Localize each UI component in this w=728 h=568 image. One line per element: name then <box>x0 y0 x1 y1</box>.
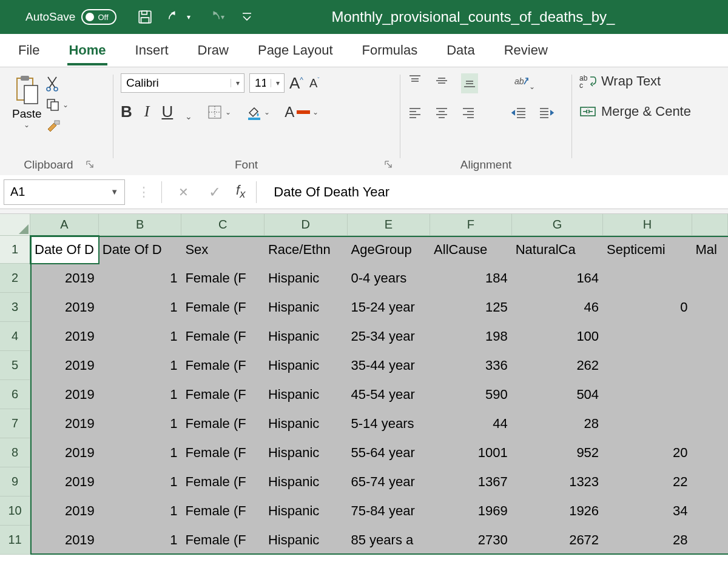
column-header-B[interactable]: B <box>99 214 182 236</box>
cell-C8[interactable]: Female (F <box>181 438 265 467</box>
cell-A8[interactable]: 2019 <box>30 438 99 467</box>
chevron-down-icon[interactable]: ⌄ <box>62 101 69 109</box>
cell-C4[interactable]: Female (F <box>181 322 265 351</box>
clipboard-launcher[interactable] <box>86 160 94 170</box>
tab-file[interactable]: File <box>18 40 39 61</box>
column-header-D[interactable]: D <box>265 214 348 236</box>
cell-F4[interactable]: 198 <box>430 322 512 351</box>
cell-A10[interactable]: 2019 <box>30 496 99 526</box>
cell-E1[interactable]: AgeGroup <box>348 236 431 264</box>
row-header-6[interactable]: 6 <box>0 380 30 409</box>
chevron-down-icon[interactable]: ⌄ <box>185 112 192 121</box>
cell-D3[interactable]: Hispanic <box>265 293 348 322</box>
cell-G10[interactable]: 1926 <box>512 496 603 526</box>
font-launcher[interactable] <box>384 160 393 170</box>
cell-A1[interactable]: Date Of D <box>30 236 99 264</box>
cell-G9[interactable]: 1323 <box>512 467 603 496</box>
orientation-button[interactable]: ab⌄ <box>513 73 535 93</box>
cell-E10[interactable]: 75-84 year <box>348 496 431 526</box>
cell-C9[interactable]: Female (F <box>181 467 265 496</box>
cell-F6[interactable]: 590 <box>430 380 512 409</box>
tab-insert[interactable]: Insert <box>135 40 169 61</box>
cell-F3[interactable]: 125 <box>430 293 512 322</box>
cell-3[interactable] <box>692 293 728 322</box>
cell-B11[interactable]: 1 <box>99 526 182 555</box>
cell-D1[interactable]: Race/Ethn <box>265 236 348 264</box>
cell-10[interactable] <box>692 496 728 526</box>
column-header-H[interactable]: H <box>603 214 692 236</box>
wrap-text-button[interactable]: abc Wrap Text <box>579 73 710 89</box>
chevron-down-icon[interactable]: ⌄ <box>24 121 30 129</box>
font-size-combo[interactable]: ▾ <box>249 73 285 93</box>
row-header-3[interactable]: 3 <box>0 293 30 322</box>
cell-B8[interactable]: 1 <box>99 438 182 467</box>
row-header-4[interactable]: 4 <box>0 322 30 351</box>
cell-2[interactable] <box>692 264 728 293</box>
font-size-input[interactable] <box>250 76 271 90</box>
cell-E3[interactable]: 15-24 year <box>348 293 431 322</box>
paste-button[interactable]: Paste ⌄ <box>12 73 42 129</box>
cell-A3[interactable]: 2019 <box>30 293 99 322</box>
cell-H11[interactable]: 28 <box>603 526 692 555</box>
cell-D11[interactable]: Hispanic <box>265 526 348 555</box>
cell-F10[interactable]: 1969 <box>430 496 512 526</box>
cell-B5[interactable]: 1 <box>99 351 182 380</box>
cell-9[interactable] <box>692 467 728 496</box>
borders-button[interactable]: ⌄ <box>207 104 231 120</box>
chevron-down-icon[interactable]: ▼ <box>110 187 118 196</box>
row-header-5[interactable]: 5 <box>0 351 30 380</box>
tab-page-layout[interactable]: Page Layout <box>258 40 333 61</box>
cell-B1[interactable]: Date Of D <box>99 236 182 264</box>
formula-input[interactable] <box>268 179 728 205</box>
cell-E2[interactable]: 0-4 years <box>348 264 431 293</box>
cell-H4[interactable] <box>603 322 692 351</box>
cell-A4[interactable]: 2019 <box>30 322 99 351</box>
cell-1[interactable]: Mal <box>692 236 728 264</box>
cell-F8[interactable]: 1001 <box>430 438 512 467</box>
row-header-10[interactable]: 10 <box>0 496 30 526</box>
cell-C10[interactable]: Female (F <box>181 496 265 526</box>
cell-H5[interactable] <box>603 351 692 380</box>
tab-home[interactable]: Home <box>69 40 106 61</box>
column-header-extra[interactable] <box>692 214 728 236</box>
column-header-G[interactable]: G <box>512 214 603 236</box>
chevron-down-icon[interactable]: ▾ <box>271 79 284 87</box>
cell-5[interactable] <box>692 351 728 380</box>
column-header-F[interactable]: F <box>430 214 512 236</box>
tab-review[interactable]: Review <box>504 40 548 61</box>
cell-C7[interactable]: Female (F <box>181 409 265 438</box>
row-header-2[interactable]: 2 <box>0 264 30 293</box>
save-icon[interactable] <box>133 5 157 28</box>
chevron-down-icon[interactable]: ⌄ <box>529 82 535 91</box>
cell-4[interactable] <box>692 322 728 351</box>
cell-D8[interactable]: Hispanic <box>265 438 348 467</box>
cell-B9[interactable]: 1 <box>99 467 182 496</box>
cell-11[interactable] <box>692 526 728 555</box>
cell-B6[interactable]: 1 <box>99 380 182 409</box>
cell-F9[interactable]: 1367 <box>430 467 512 496</box>
chevron-down-icon[interactable]: ▾ <box>221 13 224 21</box>
accept-formula-icon[interactable]: ✓ <box>204 184 225 201</box>
cell-A7[interactable]: 2019 <box>30 409 99 438</box>
underline-button[interactable]: U <box>161 102 173 121</box>
decrease-font-icon[interactable]: Aˇ <box>309 76 320 90</box>
cell-D7[interactable]: Hispanic <box>265 409 348 438</box>
qat-customize[interactable] <box>235 5 258 28</box>
column-header-A[interactable]: A <box>30 214 99 236</box>
cell-B4[interactable]: 1 <box>99 322 182 351</box>
cell-H10[interactable]: 34 <box>603 496 692 526</box>
cell-B10[interactable]: 1 <box>99 496 182 526</box>
cell-C2[interactable]: Female (F <box>181 264 265 293</box>
cell-A2[interactable]: 2019 <box>30 264 99 293</box>
format-painter-button[interactable] <box>46 118 69 134</box>
font-family-input[interactable] <box>121 76 231 90</box>
chevron-down-icon[interactable]: ▾ <box>187 13 190 21</box>
column-header-C[interactable]: C <box>181 214 265 236</box>
cell-F2[interactable]: 184 <box>430 264 512 293</box>
align-middle-icon[interactable] <box>434 73 449 93</box>
align-bottom-icon[interactable] <box>461 73 478 93</box>
cell-C6[interactable]: Female (F <box>181 380 265 409</box>
cell-E6[interactable]: 45-54 year <box>348 380 431 409</box>
row-header-11[interactable]: 11 <box>0 526 30 555</box>
select-all-corner[interactable] <box>0 214 30 236</box>
